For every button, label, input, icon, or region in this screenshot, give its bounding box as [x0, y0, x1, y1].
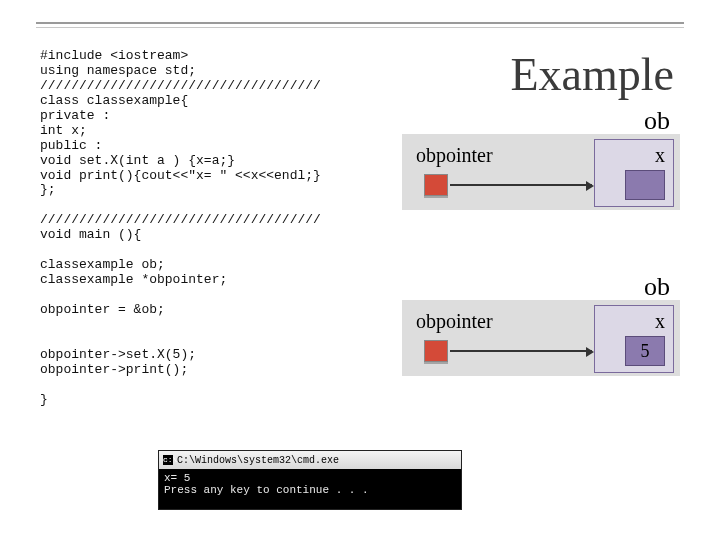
console-title: C:\Windows\system32\cmd.exe	[177, 455, 339, 466]
code-line: using namespace std;	[40, 63, 196, 78]
code-block: #include <iostream> using namespace std;…	[40, 49, 321, 408]
object-panel: x 5	[594, 305, 674, 373]
code-line: public :	[40, 138, 102, 153]
pointer-label: obpointer	[416, 144, 493, 167]
code-line: obpointer = &ob;	[40, 302, 165, 317]
pointer-label: obpointer	[416, 310, 493, 333]
pointer-box	[424, 340, 448, 362]
code-line: ////////////////////////////////////	[40, 78, 321, 93]
code-line: };	[40, 182, 56, 197]
member-label: x	[595, 306, 673, 333]
code-line: #include <iostream>	[40, 48, 188, 63]
arrow-icon	[450, 350, 592, 352]
top-rule	[36, 22, 684, 28]
code-line: obpointer->print();	[40, 362, 188, 377]
code-line: class classexample{	[40, 93, 188, 108]
diagram-after: obpointer ob x 5	[402, 300, 680, 376]
ob-label: ob	[644, 106, 670, 136]
code-line: ////////////////////////////////////	[40, 212, 321, 227]
console-icon: c:\	[163, 455, 173, 465]
ob-label: ob	[644, 272, 670, 302]
code-line: private :	[40, 108, 110, 123]
code-line: int x;	[40, 123, 87, 138]
code-line: void main (){	[40, 227, 141, 242]
member-value-box	[625, 170, 665, 200]
member-label: x	[595, 140, 673, 167]
console-titlebar: c:\ C:\Windows\system32\cmd.exe	[159, 451, 461, 469]
console-body: x= 5 Press any key to continue . . .	[159, 469, 461, 499]
code-line: classexample ob;	[40, 257, 165, 272]
console-line: Press any key to continue . . .	[164, 484, 369, 496]
code-line: void set.X(int a ) {x=a;}	[40, 153, 235, 168]
code-line: }	[40, 392, 48, 407]
code-line: void print(){cout<<"x= " <<x<<endl;}	[40, 168, 321, 183]
member-value-box: 5	[625, 336, 665, 366]
object-panel: x	[594, 139, 674, 207]
code-line: classexample *obpointer;	[40, 272, 227, 287]
console-line: x= 5	[164, 472, 190, 484]
console-window: c:\ C:\Windows\system32\cmd.exe x= 5 Pre…	[158, 450, 462, 510]
page-title: Example	[511, 48, 675, 101]
code-line: obpointer->set.X(5);	[40, 347, 196, 362]
diagram-before: obpointer ob x	[402, 134, 680, 210]
pointer-box	[424, 174, 448, 196]
arrow-icon	[450, 184, 592, 186]
